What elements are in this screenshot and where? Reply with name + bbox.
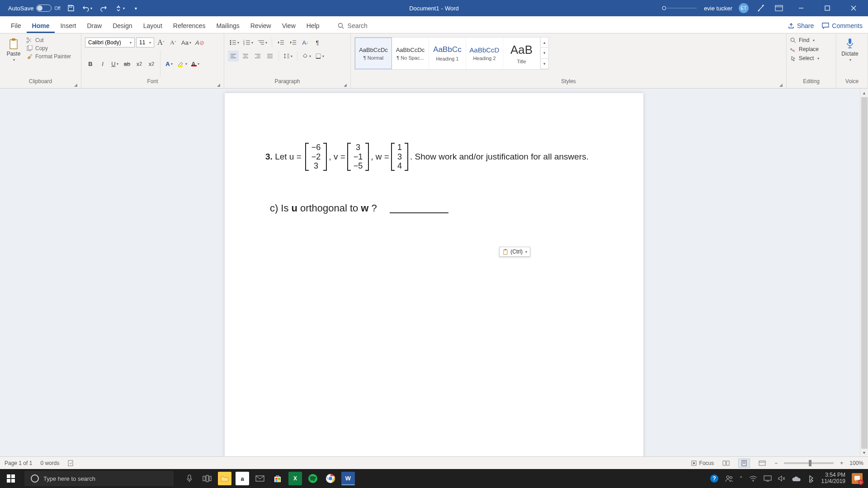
- taskbar-clock[interactable]: 3:54 PM 11/4/2019: [821, 472, 845, 485]
- align-right-button[interactable]: [252, 51, 263, 61]
- bluetooth-icon[interactable]: [807, 474, 815, 483]
- autosave-toggle[interactable]: [36, 5, 52, 12]
- help-icon[interactable]: ?: [710, 474, 719, 483]
- style-heading-1[interactable]: AaBbCcHeading 1: [429, 38, 466, 69]
- save-icon[interactable]: [65, 2, 77, 14]
- italic-button[interactable]: I: [97, 58, 108, 69]
- start-button[interactable]: [0, 469, 22, 488]
- find-button[interactable]: Find▾: [790, 37, 819, 43]
- tab-design[interactable]: Design: [107, 18, 138, 33]
- maximize-button[interactable]: [817, 0, 837, 16]
- zoom-out-button[interactable]: −: [774, 460, 778, 466]
- justify-button[interactable]: [264, 51, 275, 61]
- focus-mode-button[interactable]: Focus: [691, 460, 714, 466]
- tab-home[interactable]: Home: [27, 18, 55, 33]
- grow-font-button[interactable]: A˄: [156, 37, 166, 48]
- font-size-combo[interactable]: 11▾: [136, 38, 154, 47]
- zoom-in-button[interactable]: +: [840, 460, 843, 466]
- select-button[interactable]: Select▾: [790, 55, 819, 61]
- tab-draw[interactable]: Draw: [81, 18, 107, 33]
- tab-insert[interactable]: Insert: [55, 18, 81, 33]
- document-page[interactable]: 3. Let u = −6−23 , v = 3−1−5 , w = 134 .…: [225, 93, 643, 456]
- paragraph-launcher[interactable]: ◢: [344, 83, 347, 87]
- user-name[interactable]: evie tucker: [704, 5, 732, 12]
- multilevel-list-button[interactable]: ▾: [256, 37, 269, 48]
- task-view-icon[interactable]: [200, 472, 214, 485]
- font-color-button[interactable]: A▾: [190, 58, 201, 69]
- bold-button[interactable]: B: [85, 58, 96, 69]
- change-case-button[interactable]: Aa▾: [180, 37, 193, 48]
- style--no-spac-[interactable]: AaBbCcDc¶ No Spac...: [392, 38, 429, 69]
- action-center-icon[interactable]: 6: [852, 473, 863, 484]
- style-title[interactable]: AaBTitle: [503, 38, 540, 69]
- volume-icon[interactable]: [778, 475, 785, 482]
- minimize-button[interactable]: [791, 0, 811, 16]
- scroll-up-button[interactable]: ▴: [860, 89, 868, 97]
- copy-button[interactable]: Copy: [26, 45, 71, 52]
- font-launcher[interactable]: ◢: [217, 83, 220, 87]
- comments-button[interactable]: Comments: [822, 22, 863, 29]
- bullets-button[interactable]: ▾: [228, 37, 241, 48]
- style--normal[interactable]: AaBbCcDc¶ Normal: [355, 38, 392, 69]
- paste-options-smarttag[interactable]: (Ctrl) ▾: [499, 247, 530, 257]
- underline-button[interactable]: U▾: [109, 58, 120, 69]
- display-icon[interactable]: [764, 475, 772, 482]
- styles-expand[interactable]: ▾: [541, 59, 548, 69]
- styles-gallery[interactable]: AaBbCcDc¶ NormalAaBbCcDc¶ No Spac...AaBb…: [354, 37, 549, 70]
- onedrive-icon[interactable]: [792, 476, 801, 482]
- tab-layout[interactable]: Layout: [138, 18, 168, 33]
- decrease-indent-button[interactable]: [275, 37, 286, 48]
- styles-scroll-down[interactable]: ▾: [541, 48, 548, 58]
- styles-launcher[interactable]: ◢: [779, 83, 783, 87]
- spotify-icon[interactable]: [306, 472, 320, 485]
- dictate-button[interactable]: Dictate ▾: [840, 37, 860, 62]
- zoom-slider[interactable]: [784, 462, 834, 464]
- read-mode-button[interactable]: [720, 459, 732, 468]
- wifi-icon[interactable]: [749, 475, 757, 482]
- tab-help[interactable]: Help: [301, 18, 325, 33]
- coming-soon-icon[interactable]: [755, 2, 767, 14]
- tab-file[interactable]: File: [5, 18, 27, 33]
- subscript-button[interactable]: x2: [134, 58, 145, 69]
- strikethrough-button[interactable]: ab: [122, 58, 132, 69]
- tab-review[interactable]: Review: [245, 18, 277, 33]
- ribbon-display-icon[interactable]: [773, 2, 785, 14]
- mail-icon[interactable]: [253, 472, 267, 485]
- clear-formatting-button[interactable]: A⊘: [194, 37, 206, 48]
- word-icon[interactable]: W: [341, 472, 355, 485]
- highlight-button[interactable]: ▾: [176, 58, 189, 69]
- align-left-button[interactable]: [228, 51, 239, 61]
- clipboard-launcher[interactable]: ◢: [74, 83, 77, 87]
- word-count[interactable]: 0 words: [40, 460, 59, 466]
- tab-view[interactable]: View: [277, 18, 301, 33]
- taskbar-search[interactable]: Type here to search: [24, 471, 174, 486]
- sort-button[interactable]: A↓: [300, 37, 311, 48]
- page-indicator[interactable]: Page 1 of 1: [5, 460, 32, 466]
- style-heading-2[interactable]: AaBbCcDHeading 2: [466, 38, 503, 69]
- print-layout-button[interactable]: [738, 459, 750, 468]
- proofing-icon[interactable]: [67, 460, 75, 467]
- mic-icon[interactable]: [183, 472, 196, 485]
- zoom-level[interactable]: 100%: [849, 460, 863, 466]
- vertical-scrollbar[interactable]: ▴ ▾: [860, 89, 868, 456]
- touch-mode-button[interactable]: ▾: [114, 2, 126, 14]
- numbering-button[interactable]: 123▾: [242, 37, 255, 48]
- font-name-combo[interactable]: Calibri (Body)▾: [85, 38, 135, 47]
- amazon-icon[interactable]: a: [236, 472, 249, 485]
- text-effects-button[interactable]: A▾: [164, 58, 175, 69]
- increase-indent-button[interactable]: [288, 37, 298, 48]
- paste-button[interactable]: Paste ▾: [4, 37, 24, 62]
- replace-button[interactable]: abReplace: [790, 46, 819, 52]
- tab-references[interactable]: References: [168, 18, 211, 33]
- tell-me-search[interactable]: Search: [338, 22, 368, 33]
- superscript-button[interactable]: x2: [146, 58, 157, 69]
- qat-customize-button[interactable]: ▾: [130, 2, 142, 14]
- shrink-font-button[interactable]: A˅: [168, 37, 179, 48]
- scroll-down-button[interactable]: ▾: [860, 448, 868, 456]
- file-explorer-icon[interactable]: [218, 472, 231, 485]
- undo-button[interactable]: ▾: [81, 2, 93, 14]
- shading-button[interactable]: ▾: [301, 51, 312, 61]
- borders-button[interactable]: ▾: [314, 51, 326, 61]
- format-painter-button[interactable]: Format Painter: [26, 53, 71, 60]
- web-layout-button[interactable]: [756, 459, 768, 468]
